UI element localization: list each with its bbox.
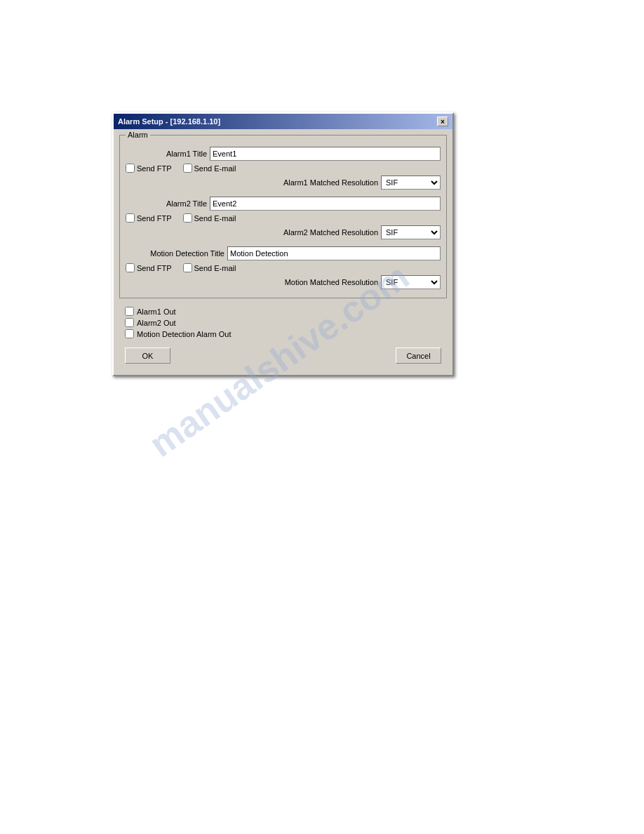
alarm1-send-ftp-checkbox[interactable] bbox=[126, 164, 135, 173]
motion-send-ftp-item: Send FTP bbox=[126, 263, 172, 272]
alarm2-resolution-row: Alarm2 Matched Resolution SIF CIF 2CIF 4… bbox=[126, 225, 441, 239]
alarm1-send-email-item: Send E-mail bbox=[183, 164, 236, 173]
alarm-group-box: Alarm Alarm1 Title Send FTP Send E-mail bbox=[119, 135, 447, 298]
alarm1-send-ftp-label: Send FTP bbox=[137, 164, 172, 173]
alarm2-title-input[interactable] bbox=[210, 197, 441, 211]
motion-send-email-item: Send E-mail bbox=[183, 263, 236, 272]
alarm2-resolution-select[interactable]: SIF CIF 2CIF 4CIF D1 bbox=[381, 225, 441, 239]
motion-out-label: Motion Detection Alarm Out bbox=[137, 330, 232, 338]
dialog-title: Alarm Setup - [192.168.1.10] bbox=[118, 117, 220, 126]
motion-send-ftp-checkbox[interactable] bbox=[126, 263, 135, 272]
alarm2-title-row: Alarm2 Title bbox=[126, 197, 441, 211]
group-label: Alarm bbox=[126, 131, 150, 139]
alarm2-send-ftp-label: Send FTP bbox=[137, 214, 172, 223]
alarm2-send-email-label: Send E-mail bbox=[194, 214, 236, 223]
alarm1-send-email-checkbox[interactable] bbox=[183, 164, 192, 173]
alarm2-resolution-label: Alarm2 Matched Resolution bbox=[126, 228, 381, 237]
dialog-body: Alarm Alarm1 Title Send FTP Send E-mail bbox=[114, 129, 452, 375]
alarm2-out-checkbox[interactable] bbox=[125, 318, 134, 327]
close-button[interactable]: × bbox=[437, 117, 448, 126]
alarm1-resolution-row: Alarm1 Matched Resolution SIF CIF 2CIF 4… bbox=[126, 176, 441, 190]
motion-resolution-row: Motion Matched Resolution SIF CIF 2CIF 4… bbox=[126, 275, 441, 289]
motion-send-email-label: Send E-mail bbox=[194, 264, 236, 272]
alarm2-out-row: Alarm2 Out bbox=[125, 318, 441, 327]
alarm1-title-row: Alarm1 Title bbox=[126, 147, 441, 161]
motion-title-label: Motion Detection Title bbox=[126, 249, 227, 258]
alarm-setup-dialog: Alarm Setup - [192.168.1.10] × Alarm Ala… bbox=[112, 112, 454, 376]
alarm1-resolution-label: Alarm1 Matched Resolution bbox=[126, 178, 381, 187]
motion-out-checkbox[interactable] bbox=[125, 329, 134, 338]
title-bar: Alarm Setup - [192.168.1.10] × bbox=[114, 114, 452, 129]
alarm1-checkbox-row: Send FTP Send E-mail bbox=[126, 164, 441, 173]
button-row: OK Cancel bbox=[119, 343, 447, 369]
alarm2-send-ftp-item: Send FTP bbox=[126, 213, 172, 223]
motion-resolution-select[interactable]: SIF CIF 2CIF 4CIF D1 bbox=[381, 275, 441, 289]
alarm2-send-ftp-checkbox[interactable] bbox=[126, 213, 135, 223]
cancel-button[interactable]: Cancel bbox=[396, 348, 441, 364]
alarm1-out-label: Alarm1 Out bbox=[137, 307, 176, 316]
motion-send-ftp-label: Send FTP bbox=[137, 264, 172, 272]
motion-title-row: Motion Detection Title bbox=[126, 246, 441, 260]
alarm2-out-label: Alarm2 Out bbox=[137, 319, 176, 327]
alarm1-out-checkbox[interactable] bbox=[125, 307, 134, 316]
motion-resolution-label: Motion Matched Resolution bbox=[126, 278, 381, 286]
alarm1-send-ftp-item: Send FTP bbox=[126, 164, 172, 173]
ok-button[interactable]: OK bbox=[125, 348, 170, 364]
motion-out-row: Motion Detection Alarm Out bbox=[125, 329, 441, 338]
alarm2-send-email-item: Send E-mail bbox=[183, 213, 236, 223]
motion-title-input[interactable] bbox=[227, 246, 441, 260]
alarm-fields: Alarm1 Title Send FTP Send E-mail bbox=[126, 140, 441, 289]
motion-send-email-checkbox[interactable] bbox=[183, 263, 192, 272]
alarm1-title-label: Alarm1 Title bbox=[126, 150, 210, 158]
alarm1-title-input[interactable] bbox=[210, 147, 441, 161]
alarm1-send-email-label: Send E-mail bbox=[194, 164, 236, 173]
alarm-out-section: Alarm1 Out Alarm2 Out Motion Detection A… bbox=[119, 304, 447, 343]
motion-checkbox-row: Send FTP Send E-mail bbox=[126, 263, 441, 272]
alarm2-send-email-checkbox[interactable] bbox=[183, 213, 192, 223]
alarm1-resolution-select[interactable]: SIF CIF 2CIF 4CIF D1 bbox=[381, 176, 441, 190]
alarm1-out-row: Alarm1 Out bbox=[125, 307, 441, 316]
alarm2-checkbox-row: Send FTP Send E-mail bbox=[126, 213, 441, 223]
alarm2-title-label: Alarm2 Title bbox=[126, 199, 210, 208]
